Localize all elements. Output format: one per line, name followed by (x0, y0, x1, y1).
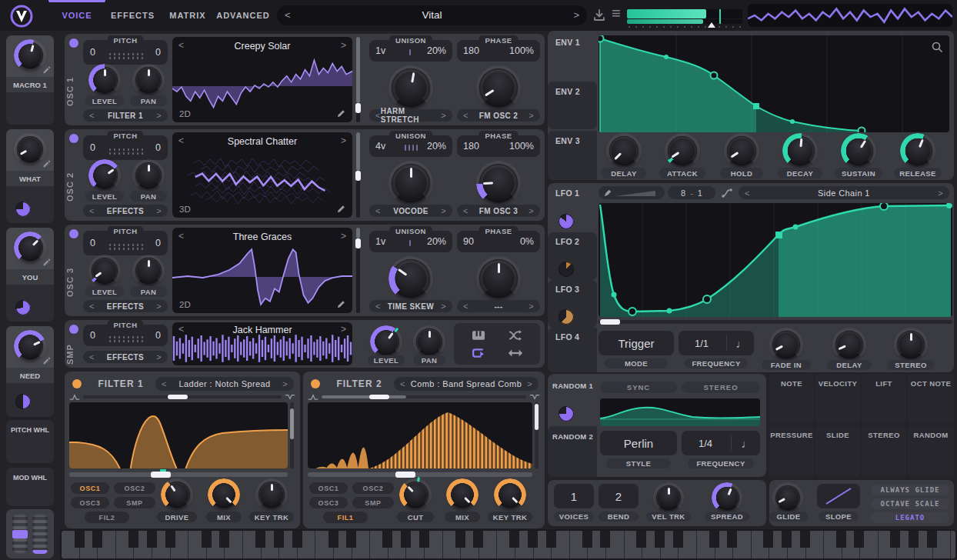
octave-scale-toggle[interactable]: OCTAVE SCALE (871, 498, 949, 509)
osc1-pitch-box[interactable]: PITCH 0 0 (83, 40, 168, 65)
piano-keyboard[interactable] (62, 531, 955, 558)
env-hold-knob[interactable] (727, 136, 756, 165)
macro1-edit-pencil-icon[interactable] (42, 65, 51, 74)
osc1-wavetable-next-icon[interactable]: > (341, 40, 346, 51)
osc1-routing-selector[interactable]: < FILTER 1 > (83, 109, 168, 122)
random-frequency-box[interactable]: 1/4 ♩ (682, 431, 760, 455)
osc2-unison-box[interactable]: UNISON 4v 20% (369, 135, 452, 157)
chevron-left-icon[interactable]: < (162, 379, 167, 388)
osc3-pan-knob[interactable] (135, 258, 162, 284)
filter1-keytrack-knob[interactable] (258, 482, 285, 508)
filter1-input-osc1[interactable]: OSC1 (71, 482, 109, 494)
osc1-frame-slider[interactable] (356, 37, 360, 122)
chevron-right-icon[interactable]: > (156, 352, 162, 362)
osc1-unison-box[interactable]: UNISON 1v 20% (369, 40, 452, 62)
filter2-cutoff-knob[interactable] (402, 482, 428, 508)
osc3-phase-box[interactable]: PHASE 90 0% (457, 231, 540, 252)
osc3-wavetable-next-icon[interactable]: > (341, 231, 346, 242)
lfo-grid-selector[interactable]: 8 - 1 (668, 186, 715, 199)
osc1-phase-rand[interactable]: 100% (509, 45, 534, 56)
chevron-left-icon[interactable]: < (463, 206, 468, 215)
osc3-unison-voices[interactable]: 1v (375, 236, 385, 247)
chevron-left-icon[interactable]: < (375, 111, 381, 120)
always-glide-toggle[interactable]: ALWAYS GLIDE (871, 485, 949, 495)
osc3-unison-box[interactable]: UNISON 1v 20% (369, 231, 452, 252)
osc2-power-toggle[interactable] (69, 134, 78, 143)
mod-source-lift[interactable]: LIFT (862, 374, 906, 424)
osc2-wavetable-next-icon[interactable]: > (341, 135, 346, 146)
menu-icon[interactable]: ≡ (612, 5, 621, 22)
osc3-wavetable-name[interactable]: Three Graces (172, 232, 352, 242)
random-phase-icon[interactable] (508, 329, 523, 342)
macro2-knob[interactable] (17, 136, 43, 162)
filter2-cutoff-slider[interactable] (308, 472, 532, 477)
filter2-input-smp[interactable]: SMP (352, 497, 394, 508)
save-download-icon[interactable] (592, 8, 606, 22)
mod-source-random[interactable]: RANDOM (908, 425, 954, 477)
filter2-input-osc2[interactable]: OSC2 (352, 482, 394, 494)
random2-tab[interactable]: RANDOM 2 (548, 426, 597, 477)
osc2-edit-pencil-icon[interactable] (336, 204, 346, 214)
osc1-wavetable-display[interactable]: < Creepy Solar > 2D (172, 37, 352, 122)
chevron-left-icon[interactable]: < (89, 302, 95, 311)
envelope-zoom-icon[interactable] (932, 42, 943, 53)
macro4-edit-pencil-icon[interactable] (42, 355, 51, 365)
filter2-keytrack-knob[interactable] (497, 482, 523, 508)
osc2-unison-detune[interactable]: 20% (427, 141, 446, 152)
sampler-display[interactable]: < Jack Hammer > (172, 322, 352, 365)
mod-source-note[interactable]: NOTE (769, 374, 814, 424)
lfo1-tab[interactable]: LFO 1 (555, 188, 579, 198)
chevron-right-icon[interactable]: > (156, 302, 162, 311)
osc2-unison-voices[interactable]: 4v (375, 141, 385, 152)
lfo-delay-knob[interactable] (835, 331, 863, 358)
lfo-shape-selector[interactable]: < Side Chain 1 > (739, 186, 949, 199)
vel-trk-knob[interactable] (656, 485, 681, 510)
slope-display[interactable] (817, 484, 860, 508)
filter1-input-smp[interactable]: SMP (114, 497, 155, 508)
random-frequency-value[interactable]: 1/4 (682, 431, 729, 455)
osc2-morph-selector[interactable]: < VOCODE > (369, 205, 452, 217)
osc2-fm-knob[interactable] (479, 164, 518, 202)
filter1-response-display[interactable] (69, 402, 288, 468)
osc1-level-knob[interactable] (92, 67, 118, 93)
osc2-pan-knob[interactable] (135, 162, 162, 188)
osc3-unison-detune[interactable]: 20% (427, 236, 446, 247)
bend-value[interactable]: 2 (599, 484, 639, 508)
osc3-fm-selector[interactable]: < --- > (457, 300, 540, 312)
osc1-frame-handle[interactable] (355, 103, 361, 113)
legato-toggle[interactable]: LEGATO (871, 512, 949, 523)
osc1-fm-selector[interactable]: < FM OSC 2 > (457, 109, 540, 122)
osc3-wavetable-display[interactable]: < Three Graces > 2D (172, 228, 352, 313)
filter2-input-fil1[interactable]: FIL1 (323, 512, 368, 523)
osc1-transpose-value[interactable]: 0 (90, 47, 95, 58)
chevron-left-icon[interactable]: < (89, 352, 95, 362)
env2-tab[interactable]: ENV 2 (548, 82, 597, 129)
mod-wheel[interactable] (32, 514, 48, 554)
voices-value[interactable]: 1 (554, 484, 594, 508)
osc2-phase-value[interactable]: 180 (463, 141, 479, 152)
env-attack-knob[interactable] (668, 136, 697, 165)
volume-meter-top[interactable] (627, 9, 742, 18)
macro3-edit-pencil-icon[interactable] (42, 257, 51, 266)
osc1-phase-value[interactable]: 180 (463, 45, 479, 56)
chevron-left-icon[interactable]: < (463, 111, 468, 120)
filter1-input-fil2[interactable]: FIL2 (85, 512, 129, 523)
filter1-scrollbar[interactable] (290, 402, 294, 468)
random1-tab[interactable]: RANDOM 1 (552, 382, 593, 390)
filter1-cutoff-slider[interactable] (69, 472, 288, 477)
lfo-scrollbar[interactable] (599, 320, 952, 324)
osc3-phase-value[interactable]: 90 (463, 236, 474, 247)
tab-matrix[interactable]: MATRIX (168, 0, 208, 31)
osc3-tune-value[interactable]: 0 (155, 238, 161, 248)
osc2-frame-handle[interactable] (355, 171, 361, 181)
chevron-left-icon[interactable]: < (89, 111, 95, 120)
lfo-grid-rows[interactable]: 8 (681, 188, 685, 198)
filter1-morph-handle[interactable] (168, 395, 188, 399)
mod-source-slide[interactable]: SLIDE (815, 425, 860, 477)
env-release-knob[interactable] (903, 136, 932, 165)
chevron-left-icon[interactable]: < (375, 206, 381, 215)
lfo-frequency-value[interactable]: 1/1 (679, 331, 725, 355)
preset-browser[interactable]: < Vital > (277, 5, 587, 25)
lfo-mode-value[interactable]: Trigger (599, 331, 674, 355)
filter1-power-toggle[interactable] (72, 379, 82, 388)
